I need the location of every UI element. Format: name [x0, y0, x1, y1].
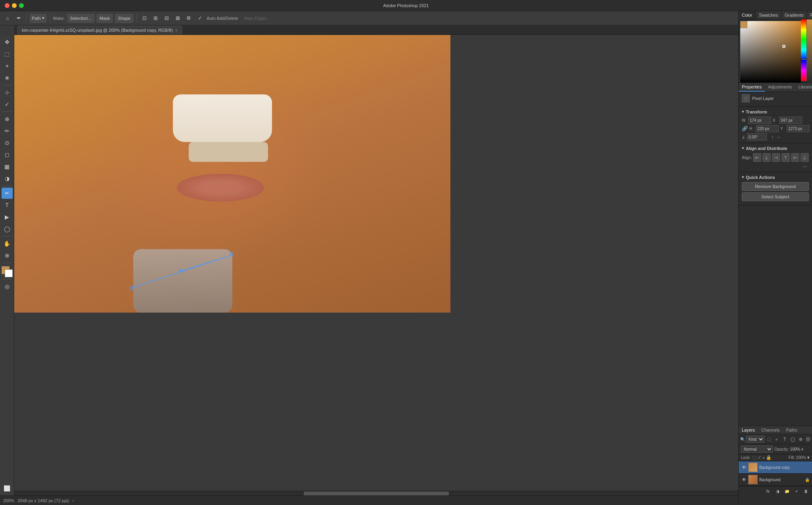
- smart-filter[interactable]: ⚙: [797, 436, 804, 443]
- kind-select[interactable]: Kind: [746, 436, 764, 443]
- tab-close[interactable]: ×: [175, 28, 178, 33]
- lock-pixels[interactable]: ⬚: [753, 455, 756, 460]
- pen-tool-icon[interactable]: ✒: [14, 14, 23, 23]
- more-icon[interactable]: ···: [802, 163, 807, 169]
- link-icon[interactable]: 🔗: [742, 126, 748, 131]
- canvas-tab[interactable]: kim-carpenter-IHIgnhLvzSQ-unsplash.jpg @…: [17, 26, 182, 35]
- tab-libraries[interactable]: Libraries: [795, 83, 812, 92]
- status-arrow[interactable]: ›: [72, 498, 74, 503]
- pen-tool[interactable]: ✒: [2, 188, 13, 199]
- fg-color-indicator[interactable]: [740, 21, 747, 28]
- layer-row-background-copy[interactable]: 👁 Background copy: [739, 461, 812, 474]
- tab-filename: kim-carpenter-IHIgnhLvzSQ-unsplash.jpg @…: [22, 28, 173, 33]
- eyedropper-tool[interactable]: ✓: [2, 99, 13, 110]
- path-selection-tool[interactable]: ▶: [2, 211, 13, 223]
- dodge-tool[interactable]: ◑: [2, 173, 13, 184]
- angle-input[interactable]: [747, 133, 767, 140]
- shape-tool[interactable]: ◯: [2, 223, 13, 234]
- select-subject-button[interactable]: Select Subject: [742, 192, 809, 201]
- delete-layer-btn[interactable]: 🗑: [802, 488, 810, 495]
- icon1[interactable]: ⊡: [140, 14, 149, 23]
- y-input[interactable]: [787, 125, 810, 132]
- path-dropdown[interactable]: Path ▾: [30, 14, 46, 23]
- h-input[interactable]: [756, 125, 779, 132]
- transform-section: ▾ Transform W X 🔗 H: [739, 107, 812, 143]
- align-vcenter-btn[interactable]: ⊢: [791, 153, 799, 162]
- hand-tool[interactable]: ✋: [2, 238, 13, 249]
- lasso-tool[interactable]: ⌖: [2, 60, 13, 71]
- x-input[interactable]: [779, 117, 802, 124]
- new-layer-btn[interactable]: +: [793, 488, 800, 495]
- layer-vis-bg-copy[interactable]: 👁: [741, 465, 747, 470]
- gradient-tool[interactable]: ▦: [2, 161, 13, 172]
- icon2[interactable]: ⊞: [151, 14, 160, 23]
- icon5[interactable]: ⚙: [184, 14, 193, 23]
- close-button[interactable]: [5, 3, 10, 8]
- align-bottom-btn[interactable]: ⊥: [801, 153, 809, 162]
- new-adj-btn[interactable]: ◑: [774, 488, 781, 495]
- layer-vis-bg[interactable]: 👁: [741, 477, 747, 482]
- tab-layers[interactable]: Layers: [739, 426, 758, 434]
- healing-tool[interactable]: ⊕: [2, 113, 13, 125]
- clone-tool[interactable]: ⊙: [2, 137, 13, 148]
- mask-button[interactable]: Mask: [97, 14, 113, 23]
- tab-channels[interactable]: Channels: [758, 426, 783, 434]
- align-header[interactable]: ▾ Align and Distribute: [742, 146, 809, 151]
- maximize-button[interactable]: [19, 3, 24, 8]
- tab-swatches[interactable]: Swatches: [756, 11, 781, 19]
- blend-mode-select[interactable]: Normal: [741, 445, 773, 453]
- tab-color[interactable]: Color: [739, 11, 756, 19]
- minimize-button[interactable]: [12, 3, 17, 8]
- tab-gradients[interactable]: Gradients: [781, 11, 807, 19]
- selection-button[interactable]: Selection...: [67, 14, 94, 23]
- shape-button[interactable]: Shape: [115, 14, 133, 23]
- color-gradient-area[interactable]: [740, 21, 801, 83]
- w-input[interactable]: [748, 117, 771, 124]
- remove-background-button[interactable]: Remove Background: [742, 182, 809, 191]
- align-hcenter-btn[interactable]: ⊥: [762, 153, 771, 162]
- new-group-btn[interactable]: 📁: [783, 488, 791, 495]
- align-top-btn[interactable]: ⊤: [781, 153, 790, 162]
- marquee-tool[interactable]: ⬚: [2, 48, 13, 60]
- pixel-filter[interactable]: ⬚: [765, 436, 772, 443]
- transform-header[interactable]: ▾ Transform: [742, 109, 809, 114]
- filter-toggle[interactable]: [806, 437, 810, 442]
- tab-paths[interactable]: Paths: [783, 426, 801, 434]
- lock-all[interactable]: 🔒: [766, 455, 772, 460]
- home-icon[interactable]: ⌂: [3, 14, 12, 23]
- icon3[interactable]: ⊟: [162, 14, 171, 23]
- quick-mask-tool[interactable]: ◎: [2, 281, 13, 292]
- icon6[interactable]: ✓: [195, 14, 204, 23]
- adjustment-filter[interactable]: ✓: [773, 436, 780, 443]
- screen-mode-btn[interactable]: ⬜: [2, 483, 13, 494]
- quick-actions-header[interactable]: ▾ Quick Actions: [742, 175, 809, 180]
- more-options[interactable]: ···: [742, 163, 809, 169]
- brush-tool[interactable]: ✏: [2, 125, 13, 136]
- type-filter[interactable]: T: [781, 436, 788, 443]
- tab-properties[interactable]: Properties: [739, 83, 765, 92]
- lock-artboard[interactable]: +: [762, 455, 765, 460]
- align-right-btn[interactable]: ⊣: [772, 153, 780, 162]
- background-color[interactable]: [5, 269, 13, 277]
- color-gradient-picker[interactable]: [740, 21, 801, 83]
- eraser-tool[interactable]: ◻: [2, 149, 13, 160]
- zoom-tool[interactable]: ⊕: [2, 250, 13, 261]
- shape-filter[interactable]: ◯: [789, 436, 796, 443]
- type-tool[interactable]: T: [2, 200, 13, 211]
- opacity-strip[interactable]: [806, 19, 812, 81]
- crop-tool[interactable]: ⊹: [2, 87, 13, 98]
- lock-position[interactable]: ✓: [758, 455, 761, 460]
- align-left-btn[interactable]: ⊢: [753, 153, 761, 162]
- tab-patterns[interactable]: Patterns: [807, 11, 812, 19]
- magic-wand-tool[interactable]: ⋇: [2, 72, 13, 83]
- icon4[interactable]: ⊠: [173, 14, 182, 23]
- layer-row-background[interactable]: 👁 Background 🔒: [739, 474, 812, 486]
- canvas-area[interactable]: [14, 35, 738, 495]
- h-scroll-thumb[interactable]: [304, 492, 448, 495]
- angle-row: ∠ ↕ ↔: [742, 133, 809, 140]
- fx-btn[interactable]: fx: [764, 488, 772, 495]
- hue-strip[interactable]: [801, 19, 806, 81]
- move-tool[interactable]: ✥: [2, 36, 13, 48]
- tab-adjustments[interactable]: Adjustments: [765, 83, 795, 92]
- horizontal-scrollbar[interactable]: [14, 491, 738, 495]
